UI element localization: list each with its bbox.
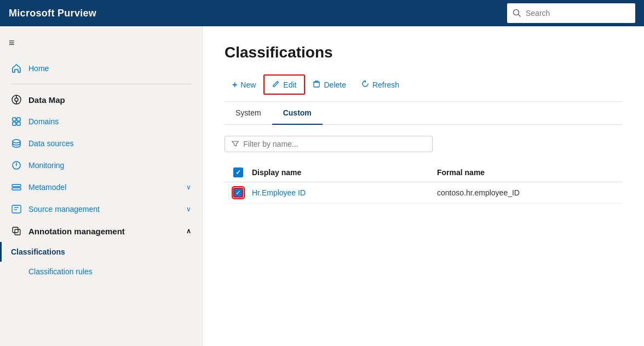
sidebar-item-home-label: Home <box>28 64 49 73</box>
topbar: Microsoft Purview <box>0 0 644 26</box>
monitoring-icon <box>11 160 22 171</box>
edit-label: Edit <box>283 80 296 89</box>
delete-button[interactable]: Delete <box>305 76 353 94</box>
svg-point-3 <box>15 98 18 101</box>
annotation-management-chevron: ∧ <box>186 227 191 235</box>
row-checkbox-col[interactable]: ✓ <box>225 188 252 198</box>
sidebar-item-data-sources[interactable]: Data sources <box>0 132 202 154</box>
sidebar-item-monitoring[interactable]: Monitoring <box>0 154 202 176</box>
table-header: ✓ Display name Formal name <box>225 163 622 182</box>
sidebar-item-classification-rules-label: Classification rules <box>28 267 93 276</box>
sidebar-item-annotation-management-label: Annotation management <box>28 227 125 236</box>
search-input[interactable] <box>526 9 630 18</box>
refresh-icon <box>361 80 369 89</box>
header-checkbox[interactable]: ✓ <box>233 168 243 177</box>
row-display-name[interactable]: Hr.Employee ID <box>252 188 437 197</box>
annotation-icon <box>11 226 22 237</box>
sidebar-item-classifications[interactable]: Classifications <box>0 242 202 262</box>
svg-rect-13 <box>12 184 21 187</box>
row-check-icon: ✓ <box>235 189 241 196</box>
sidebar-item-source-management-label: Source management <box>28 205 100 214</box>
sidebar-item-source-management[interactable]: Source management ∨ <box>0 198 202 220</box>
sidebar-item-classification-rules[interactable]: Classification rules <box>0 262 202 281</box>
svg-rect-19 <box>15 229 20 235</box>
source-management-chevron: ∨ <box>186 205 191 213</box>
search-box[interactable] <box>507 3 635 23</box>
header-checkbox-col[interactable]: ✓ <box>225 168 252 177</box>
edit-button[interactable]: Edit <box>263 74 305 95</box>
filter-bar[interactable] <box>225 136 433 152</box>
svg-rect-18 <box>13 227 18 233</box>
filter-icon <box>232 140 239 148</box>
svg-line-1 <box>519 15 521 17</box>
delete-label: Delete <box>324 80 346 89</box>
sidebar-item-domains-label: Domains <box>28 117 59 126</box>
domains-icon <box>11 116 22 127</box>
svg-rect-14 <box>12 188 21 190</box>
datamap-icon <box>11 94 22 105</box>
toolbar: + New Edit <box>225 74 622 102</box>
sidebar-item-home[interactable]: Home <box>0 57 202 79</box>
layout: ≡ Home Data Map <box>0 26 644 346</box>
svg-point-10 <box>13 140 20 143</box>
metamodel-icon <box>11 182 22 193</box>
svg-rect-6 <box>13 118 16 121</box>
col-display-name-header: Display name <box>252 168 437 177</box>
svg-rect-20 <box>314 82 319 87</box>
svg-rect-7 <box>17 118 20 121</box>
sidebar-divider-1 <box>11 84 191 84</box>
filter-input[interactable] <box>243 140 426 148</box>
new-button[interactable]: + New <box>225 76 263 94</box>
tab-custom[interactable]: Custom <box>272 102 323 125</box>
sidebar: ≡ Home Data Map <box>0 26 203 346</box>
col-formal-name-header: Formal name <box>437 168 622 177</box>
table-row: ✓ Hr.Employee ID contoso.hr.employee_ID <box>225 182 622 204</box>
svg-rect-9 <box>17 122 20 125</box>
delete-icon <box>313 80 320 89</box>
main-content: Classifications + New Edit <box>203 26 644 346</box>
sidebar-item-data-map[interactable]: Data Map <box>0 89 202 111</box>
metamodel-chevron: ∨ <box>186 183 191 191</box>
search-icon <box>513 9 521 18</box>
refresh-label: Refresh <box>372 80 399 89</box>
refresh-button[interactable]: Refresh <box>354 76 407 94</box>
sidebar-item-data-sources-label: Data sources <box>28 139 73 148</box>
svg-rect-8 <box>13 122 16 125</box>
row-checkbox[interactable]: ✓ <box>233 188 243 198</box>
sourcemanagement-icon <box>11 204 22 215</box>
tabs: System Custom <box>225 102 622 125</box>
header-check-icon: ✓ <box>235 169 241 176</box>
row-formal-name: contoso.hr.employee_ID <box>437 188 622 197</box>
sidebar-item-data-map-label: Data Map <box>28 95 65 105</box>
sidebar-item-monitoring-label: Monitoring <box>28 161 64 170</box>
page-title: Classifications <box>225 44 622 61</box>
home-icon <box>11 63 22 74</box>
app-title: Microsoft Purview <box>9 8 96 19</box>
sidebar-item-annotation-management[interactable]: Annotation management ∧ <box>0 220 202 242</box>
new-label: New <box>240 80 256 89</box>
sidebar-item-metamodel[interactable]: Metamodel ∨ <box>0 176 202 198</box>
datasources-icon <box>11 138 22 149</box>
sidebar-item-domains[interactable]: Domains <box>0 111 202 132</box>
edit-icon <box>272 80 280 89</box>
new-icon: + <box>232 80 237 90</box>
tab-system[interactable]: System <box>225 102 272 125</box>
sidebar-item-classifications-label: Classifications <box>11 247 65 256</box>
svg-rect-15 <box>12 205 21 213</box>
sidebar-item-metamodel-label: Metamodel <box>28 183 66 192</box>
hamburger-menu[interactable]: ≡ <box>0 33 202 57</box>
